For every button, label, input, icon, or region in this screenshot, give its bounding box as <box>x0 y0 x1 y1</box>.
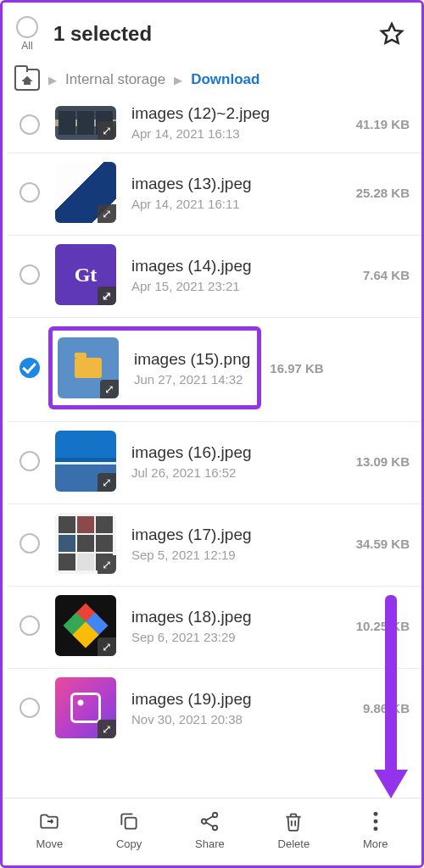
file-checkbox[interactable] <box>20 358 40 378</box>
delete-button[interactable]: Delete <box>278 810 310 850</box>
file-thumbnail[interactable]: Gt⤢ <box>55 244 116 305</box>
file-name: images (16).jpeg <box>131 443 348 462</box>
breadcrumb: ▶ Internal storage ▶ Download <box>3 62 421 104</box>
expand-icon: ⤢ <box>98 121 116 140</box>
file-checkbox[interactable] <box>20 698 40 718</box>
file-name: images (13).jpeg <box>131 175 348 193</box>
file-row[interactable]: ⤢ images (18).jpeg Sep 6, 2021 23:29 10.… <box>8 587 421 669</box>
home-icon[interactable] <box>14 69 40 91</box>
file-info: images (19).jpeg Nov 30, 2021 20:38 <box>131 690 354 726</box>
file-thumbnail[interactable]: ⤢ <box>55 595 116 656</box>
file-thumbnail[interactable]: ⤢ <box>55 677 116 738</box>
file-info: images (16).jpeg Jul 26, 2021 16:52 <box>131 443 348 480</box>
file-checkbox[interactable] <box>20 264 40 285</box>
file-date: Sep 5, 2021 12:19 <box>131 548 348 562</box>
file-info: images (15).png Jun 27, 2021 14:32 <box>134 350 250 387</box>
file-size: 9.86 KB <box>363 701 410 715</box>
file-info: images (17).jpeg Sep 5, 2021 12:19 <box>131 526 348 562</box>
file-date: Nov 30, 2021 20:38 <box>131 712 354 726</box>
file-checkbox[interactable] <box>20 615 40 636</box>
file-size: 7.64 KB <box>363 268 410 282</box>
file-size: 34.59 KB <box>356 537 410 551</box>
breadcrumb-internal-storage[interactable]: Internal storage <box>65 71 165 88</box>
file-list: ⤢ images (12)~2.jpeg Apr 14, 2021 16:13 … <box>3 104 421 798</box>
share-label: Share <box>195 837 225 850</box>
select-all-button[interactable]: All <box>16 16 38 52</box>
file-date: Jul 26, 2021 16:52 <box>131 465 348 480</box>
file-date: Sep 6, 2021 23:29 <box>131 630 348 644</box>
file-date: Apr 14, 2021 16:11 <box>131 197 348 211</box>
file-name: images (12)~2.jpeg <box>131 104 348 123</box>
file-checkbox[interactable] <box>20 182 40 203</box>
file-thumbnail[interactable]: ⤢ <box>55 431 116 492</box>
file-name: images (18).jpeg <box>131 608 348 626</box>
select-all-radio[interactable] <box>16 16 38 38</box>
file-name: images (17).jpeg <box>131 526 348 544</box>
page-title: 1 selected <box>53 22 379 46</box>
file-checkbox[interactable] <box>20 451 40 471</box>
file-date: Apr 15, 2021 23:21 <box>131 279 354 293</box>
copy-label: Copy <box>116 837 142 850</box>
svg-point-2 <box>202 819 206 823</box>
file-info: images (18).jpeg Sep 6, 2021 23:29 <box>131 608 348 644</box>
svg-rect-0 <box>126 818 137 829</box>
file-row[interactable]: ⤢ images (15).png Jun 27, 2021 14:32 16.… <box>8 318 421 422</box>
expand-icon: ⤢ <box>100 380 119 398</box>
svg-point-3 <box>213 826 217 830</box>
file-checkbox[interactable] <box>20 533 40 554</box>
file-thumbnail[interactable]: ⤢ <box>55 162 116 223</box>
file-thumbnail[interactable]: ⤢ <box>55 513 116 574</box>
header: All 1 selected <box>3 3 421 62</box>
file-size: 13.09 KB <box>356 454 410 469</box>
expand-icon: ⤢ <box>98 720 116 738</box>
file-row[interactable]: Gt⤢ images (14).jpeg Apr 15, 2021 23:21 … <box>8 236 421 318</box>
file-name: images (14).jpeg <box>131 257 354 275</box>
svg-point-6 <box>373 826 377 831</box>
file-thumbnail[interactable]: ⤢ <box>55 106 116 140</box>
copy-button[interactable]: Copy <box>116 810 142 850</box>
file-info: images (12)~2.jpeg Apr 14, 2021 16:13 <box>131 104 348 141</box>
file-checkbox[interactable] <box>20 114 40 135</box>
chevron-right-icon: ▶ <box>174 74 182 86</box>
delete-label: Delete <box>278 837 310 850</box>
file-size: 10.25 KB <box>356 619 410 633</box>
file-name: images (15).png <box>134 350 250 369</box>
share-button[interactable]: Share <box>195 810 225 850</box>
bottom-toolbar: Move Copy Share Delete More <box>3 798 421 865</box>
file-row[interactable]: ⤢ images (16).jpeg Jul 26, 2021 16:52 13… <box>8 422 421 504</box>
svg-point-4 <box>373 812 377 816</box>
more-label: More <box>363 837 388 850</box>
file-date: Apr 14, 2021 16:13 <box>131 126 348 141</box>
more-button[interactable]: More <box>363 810 388 850</box>
expand-icon: ⤢ <box>98 555 116 574</box>
select-all-label: All <box>21 40 32 52</box>
file-row[interactable]: ⤢ images (17).jpeg Sep 5, 2021 12:19 34.… <box>8 504 421 587</box>
file-row[interactable]: ⤢ images (19).jpeg Nov 30, 2021 20:38 9.… <box>8 669 421 750</box>
file-date: Jun 27, 2021 14:32 <box>134 372 250 387</box>
file-size: 41.19 KB <box>356 117 410 131</box>
breadcrumb-download[interactable]: Download <box>191 71 259 88</box>
file-info: images (14).jpeg Apr 15, 2021 23:21 <box>131 257 354 293</box>
expand-icon: ⤢ <box>98 637 116 656</box>
chevron-right-icon: ▶ <box>48 74 57 86</box>
star-icon[interactable] <box>379 21 404 47</box>
expand-icon: ⤢ <box>98 287 116 305</box>
file-size: 25.28 KB <box>356 186 410 200</box>
file-size: 16.97 KB <box>270 361 323 376</box>
svg-point-5 <box>373 820 377 824</box>
file-row[interactable]: ⤢ images (13).jpeg Apr 14, 2021 16:11 25… <box>8 153 421 236</box>
file-row[interactable]: ⤢ images (12)~2.jpeg Apr 14, 2021 16:13 … <box>8 106 421 153</box>
more-icon <box>365 810 387 832</box>
expand-icon: ⤢ <box>98 204 116 223</box>
expand-icon: ⤢ <box>98 473 116 492</box>
file-thumbnail[interactable]: ⤢ <box>58 337 119 398</box>
move-label: Move <box>36 837 63 850</box>
file-info: images (13).jpeg Apr 14, 2021 16:11 <box>131 175 348 211</box>
file-name: images (19).jpeg <box>131 690 354 709</box>
svg-point-1 <box>213 813 217 817</box>
move-button[interactable]: Move <box>36 810 63 850</box>
